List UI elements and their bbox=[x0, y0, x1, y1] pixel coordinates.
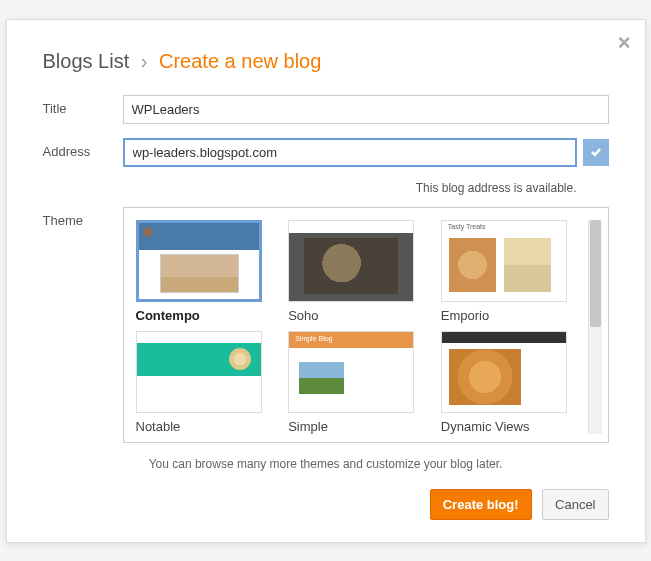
close-icon[interactable]: × bbox=[618, 30, 631, 56]
breadcrumb-root[interactable]: Blogs List bbox=[43, 50, 130, 72]
theme-thumbnail bbox=[441, 331, 567, 413]
theme-name-label: Notable bbox=[136, 419, 277, 434]
theme-picker: Contempo Soho Tasty Treats Emporio Notab… bbox=[123, 207, 609, 443]
theme-name-label: Dynamic Views bbox=[441, 419, 582, 434]
check-icon bbox=[589, 145, 603, 159]
theme-name-label: Soho bbox=[288, 308, 429, 323]
theme-scrollbar[interactable] bbox=[588, 220, 602, 434]
dialog-actions: Create blog! Cancel bbox=[43, 489, 609, 520]
address-label: Address bbox=[43, 138, 123, 159]
theme-contempo[interactable]: Contempo bbox=[136, 220, 277, 323]
theme-dynamic-views[interactable]: Dynamic Views bbox=[441, 331, 582, 434]
dialog-header: Blogs List › Create a new blog bbox=[43, 50, 609, 73]
breadcrumb-current: Create a new blog bbox=[159, 50, 321, 72]
theme-name-label: Contempo bbox=[136, 308, 277, 323]
theme-thumbnail: Tasty Treats bbox=[441, 220, 567, 302]
theme-name-label: Simple bbox=[288, 419, 429, 434]
address-check-button[interactable] bbox=[583, 139, 609, 166]
scrollbar-thumb[interactable] bbox=[590, 220, 601, 327]
theme-simple[interactable]: Simple Blog Simple bbox=[288, 331, 429, 434]
theme-thumbnail: Simple Blog bbox=[288, 331, 414, 413]
address-input[interactable] bbox=[123, 138, 577, 167]
address-availability-message: This blog address is available. bbox=[43, 181, 609, 195]
theme-soho[interactable]: Soho bbox=[288, 220, 429, 323]
theme-name-label: Emporio bbox=[441, 308, 582, 323]
theme-thumbnail bbox=[136, 331, 262, 413]
theme-thumbnail bbox=[136, 220, 262, 302]
create-blog-dialog: × Blogs List › Create a new blog Title A… bbox=[6, 19, 646, 543]
theme-notable[interactable]: Notable bbox=[136, 331, 277, 434]
theme-hint-text: You can browse many more themes and cust… bbox=[43, 457, 609, 471]
title-label: Title bbox=[43, 95, 123, 116]
theme-emporio[interactable]: Tasty Treats Emporio bbox=[441, 220, 582, 323]
cancel-button[interactable]: Cancel bbox=[542, 489, 608, 520]
theme-thumbnail bbox=[288, 220, 414, 302]
create-blog-button[interactable]: Create blog! bbox=[430, 489, 532, 520]
theme-label: Theme bbox=[43, 207, 123, 228]
title-input[interactable] bbox=[123, 95, 609, 124]
breadcrumb-separator: › bbox=[141, 50, 148, 72]
